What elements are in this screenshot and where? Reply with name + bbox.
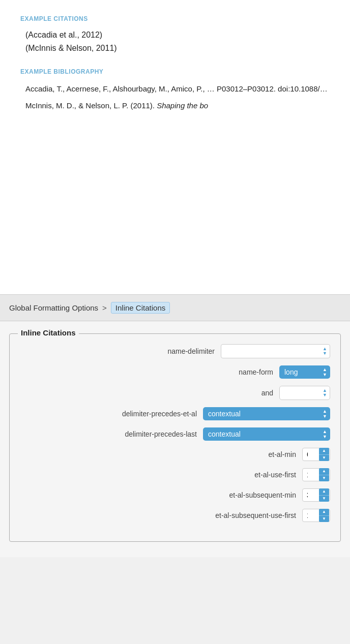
- control-et-al-subsequent-min: ▲ ▼: [302, 488, 330, 502]
- and-select[interactable]: symbol text: [279, 386, 330, 400]
- name-delimiter-input[interactable]: [221, 344, 330, 358]
- and-wrapper[interactable]: symbol text ▲ ▼: [279, 386, 330, 400]
- top-panel: EXAMPLE CITATIONS (Accadia et al., 2012)…: [0, 0, 350, 295]
- bottom-panel: Inline Citations name-delimiter ▲ ▼ name…: [0, 321, 350, 557]
- control-delimiter-precedes-last: contextual always never after-inverted-n…: [203, 427, 330, 441]
- field-et-al-min: et-al-min ▲ ▼: [20, 448, 330, 461]
- delimiter-precedes-et-al-wrapper[interactable]: contextual always never after-inverted-n…: [203, 407, 330, 420]
- citation-2: (McInnis & Nelson, 2011): [20, 44, 330, 53]
- bibliography-entry-1: Accadia, T., Acernese, F., Alshourbagy, …: [20, 83, 330, 95]
- control-and: symbol text ▲ ▼: [279, 386, 330, 400]
- bibliography-italic: Shaping the bo: [157, 101, 208, 110]
- breadcrumb-separator: >: [102, 303, 107, 312]
- fieldset-legend: Inline Citations: [18, 328, 79, 337]
- field-name-delimiter: name-delimiter ▲ ▼: [20, 344, 330, 358]
- control-et-al-subsequent-use-first: ▲ ▼: [302, 509, 330, 522]
- label-et-al-subsequent-use-first: et-al-subsequent-use-first: [215, 511, 296, 519]
- delimiter-precedes-et-al-select[interactable]: contextual always never after-inverted-n…: [203, 407, 330, 420]
- label-et-al-use-first: et-al-use-first: [254, 471, 296, 479]
- delimiter-precedes-last-wrapper[interactable]: contextual always never after-inverted-n…: [203, 427, 330, 441]
- delimiter-precedes-last-select[interactable]: contextual always never after-inverted-n…: [203, 427, 330, 441]
- et-al-use-first-up[interactable]: ▲: [319, 468, 329, 475]
- et-al-use-first-spinner[interactable]: ▲ ▼: [302, 468, 330, 481]
- field-and: and symbol text ▲ ▼: [20, 386, 330, 400]
- breadcrumb-current[interactable]: Inline Citations: [111, 302, 170, 314]
- et-al-min-buttons: ▲ ▼: [319, 448, 329, 461]
- label-et-al-subsequent-min: et-al-subsequent-min: [229, 491, 296, 499]
- et-al-subsequent-use-first-spinner[interactable]: ▲ ▼: [302, 509, 330, 522]
- control-name-delimiter: ▲ ▼: [221, 344, 330, 358]
- field-delimiter-precedes-last: delimiter-precedes-last contextual alway…: [20, 427, 330, 441]
- label-name-form: name-form: [239, 368, 273, 376]
- field-et-al-subsequent-min: et-al-subsequent-min ▲ ▼: [20, 488, 330, 502]
- citations-list: (Accadia et al., 2012) (McInnis & Nelson…: [20, 30, 330, 53]
- bibliography-section: EXAMPLE BIBLIOGRAPHY Accadia, T., Acerne…: [20, 68, 330, 111]
- control-name-form: long short ▲ ▼: [279, 365, 330, 379]
- field-delimiter-precedes-et-al: delimiter-precedes-et-al contextual alwa…: [20, 407, 330, 420]
- name-form-select[interactable]: long short: [279, 365, 330, 379]
- control-delimiter-precedes-et-al: contextual always never after-inverted-n…: [203, 407, 330, 420]
- name-form-wrapper[interactable]: long short ▲ ▼: [279, 365, 330, 379]
- et-al-subsequent-use-first-buttons: ▲ ▼: [319, 509, 329, 522]
- control-et-al-min: ▲ ▼: [302, 448, 330, 461]
- label-name-delimiter: name-delimiter: [167, 347, 215, 355]
- et-al-min-down[interactable]: ▼: [319, 455, 329, 462]
- label-delimiter-precedes-last: delimiter-precedes-last: [125, 430, 197, 438]
- field-name-form: name-form long short ▲ ▼: [20, 365, 330, 379]
- breadcrumb-parent[interactable]: Global Formatting Options: [9, 303, 98, 312]
- et-al-min-spinner[interactable]: ▲ ▼: [302, 448, 330, 461]
- field-et-al-subsequent-use-first: et-al-subsequent-use-first ▲ ▼: [20, 509, 330, 522]
- et-al-use-first-buttons: ▲ ▼: [319, 468, 329, 481]
- label-et-al-min: et-al-min: [269, 450, 296, 458]
- example-bibliography-label: EXAMPLE BIBLIOGRAPHY: [20, 68, 330, 75]
- name-delimiter-wrapper[interactable]: ▲ ▼: [221, 344, 330, 358]
- bibliography-entry-2: McInnis, M. D., & Nelson, L. P. (2011). …: [20, 100, 330, 112]
- label-and: and: [261, 389, 273, 397]
- et-al-subsequent-min-up[interactable]: ▲: [319, 488, 329, 496]
- et-al-subsequent-min-down[interactable]: ▼: [319, 496, 329, 502]
- et-al-subsequent-min-buttons: ▲ ▼: [319, 488, 329, 502]
- bibliography-text-2: McInnis, M. D., & Nelson, L. P. (2011). …: [25, 101, 208, 110]
- breadcrumb-bar: Global Formatting Options > Inline Citat…: [0, 295, 350, 321]
- control-et-al-use-first: ▲ ▼: [302, 468, 330, 481]
- bibliography-text-1: Accadia, T., Acernese, F., Alshourbagy, …: [25, 84, 330, 93]
- inline-citations-fieldset: Inline Citations name-delimiter ▲ ▼ name…: [9, 333, 341, 542]
- label-delimiter-precedes-et-al: delimiter-precedes-et-al: [122, 410, 197, 418]
- citation-1: (Accadia et al., 2012): [20, 30, 330, 40]
- example-citations-label: EXAMPLE CITATIONS: [20, 15, 330, 22]
- et-al-subsequent-use-first-up[interactable]: ▲: [319, 509, 329, 516]
- et-al-subsequent-use-first-down[interactable]: ▼: [319, 516, 329, 523]
- et-al-min-up[interactable]: ▲: [319, 448, 329, 455]
- et-al-use-first-down[interactable]: ▼: [319, 475, 329, 482]
- field-et-al-use-first: et-al-use-first ▲ ▼: [20, 468, 330, 481]
- et-al-subsequent-min-spinner[interactable]: ▲ ▼: [302, 488, 330, 502]
